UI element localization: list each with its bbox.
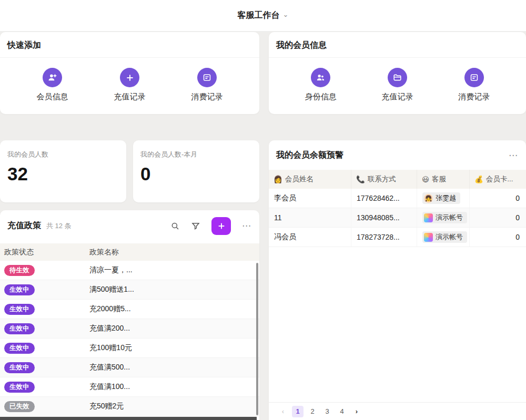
receipt-icon [197, 68, 217, 87]
search-icon[interactable] [170, 221, 180, 231]
quick-action-label: 消费记录 [191, 92, 223, 102]
next-page-button[interactable]: › [351, 406, 362, 417]
my-member-info-actions: 身份信息 充值记录 消费记录 [269, 58, 526, 102]
policy-count: 共 12 条 [46, 221, 72, 231]
policy-row[interactable]: 生效中 充值满200... [0, 319, 259, 339]
money-bag-icon: 💰 [474, 175, 483, 183]
policy-more-icon[interactable]: ⋯ [242, 220, 252, 231]
policy-row[interactable]: 生效中 充值满100... [0, 377, 259, 397]
policy-row[interactable]: 生效中 满500赠送1... [0, 280, 259, 300]
member-name: 李会员 [269, 189, 351, 208]
policy-row[interactable]: 生效中 充值满500... [0, 358, 259, 377]
policy-vertical-scrollbar[interactable] [256, 263, 258, 415]
page-title: 客服工作台 [238, 10, 280, 21]
quick-add-card: 快速添加 会员信息 充值记录 消费记录 [0, 32, 259, 114]
policy-name: 充100赠10元 [85, 343, 259, 353]
status-badge: 生效中 [4, 343, 35, 354]
policy-name: 充值满500... [85, 363, 259, 372]
agent-avatar-icon [424, 233, 433, 242]
quick-action-label: 充值记录 [114, 92, 146, 102]
policy-row[interactable]: 生效中 充2000赠5... [0, 300, 259, 319]
policy-row[interactable]: 待生效 清凉一夏，... [0, 261, 259, 280]
action-label: 身份信息 [305, 92, 337, 102]
stat-value: 0 [140, 163, 252, 185]
agent-name: 演示帐号 [436, 213, 463, 222]
receipt-icon [464, 68, 484, 87]
action-consume-record[interactable]: 消费记录 [458, 68, 490, 102]
member-name: 冯会员 [269, 228, 351, 247]
column-policy-name: 政策名称 [85, 248, 259, 257]
recharge-policy-card: 充值政策 共 12 条 ⋯ 政策状态 政策名称 待生效 [0, 210, 259, 420]
status-badge: 待生效 [4, 265, 35, 276]
people-icon [311, 68, 330, 87]
member-table-header: 👩 会员姓名 📞 联系方式 😃 客服 💰 会员卡... [269, 170, 526, 189]
agent-tag: 演示帐号 [422, 212, 467, 223]
policy-table-body: 待生效 清凉一夏，... 生效中 满500赠送1... 生效中 充2000赠5.… [0, 261, 259, 416]
page-button-2[interactable]: 2 [307, 406, 318, 417]
page-button-4[interactable]: 4 [336, 406, 348, 417]
column-agent: 😃 客服 [417, 170, 470, 189]
page-button-1[interactable]: 1 [292, 406, 304, 417]
policy-header: 充值政策 共 12 条 ⋯ [0, 210, 259, 241]
agent-avatar-icon: 👧 [424, 194, 433, 203]
member-row[interactable]: 李会员 177628462... 👧 张雯越 0 [269, 189, 526, 208]
status-badge: 生效中 [4, 284, 35, 295]
pagination: ‹ 1 2 3 4 › [269, 402, 526, 420]
quick-action-consume-record[interactable]: 消费记录 [191, 68, 223, 102]
policy-row[interactable]: 生效中 充100赠10元 [0, 339, 259, 358]
agent-tag: 演示帐号 [422, 231, 467, 243]
policy-title: 充值政策 [7, 220, 41, 231]
balance-alert-title: 我的会员余额预警 [276, 150, 343, 161]
action-identity-info[interactable]: 身份信息 [305, 68, 337, 102]
policy-name: 充值满100... [85, 382, 259, 392]
agent-avatar-icon [424, 213, 433, 222]
agent-tag: 👧 张雯越 [422, 192, 460, 204]
plus-icon [120, 68, 139, 87]
filter-icon[interactable] [191, 221, 200, 231]
member-table-body: 李会员 177628462... 👧 张雯越 0 11 130948085...… [269, 189, 526, 247]
member-balance: 0 [470, 189, 526, 208]
dashboard-main: 快速添加 会员信息 充值记录 消费记录 [0, 32, 526, 420]
policy-name: 清凉一夏，... [85, 265, 259, 275]
action-recharge-record[interactable]: 充值记录 [381, 68, 413, 102]
smiley-icon: 😃 [422, 175, 429, 183]
status-badge: 生效中 [4, 323, 35, 334]
column-member-name: 👩 会员姓名 [269, 170, 351, 189]
member-name: 11 [269, 208, 351, 227]
status-badge: 生效中 [4, 382, 35, 393]
quick-action-member-info[interactable]: 会员信息 [37, 68, 68, 102]
stat-value: 32 [7, 163, 119, 185]
phone-icon: 📞 [356, 175, 365, 183]
workspace-switcher[interactable]: 客服工作台 ⌄ [238, 10, 289, 21]
quick-action-recharge-record[interactable]: 充值记录 [114, 68, 146, 102]
agent-name: 演示帐号 [436, 232, 463, 242]
agent-name: 张雯越 [436, 193, 456, 203]
policy-name: 充50赠2元 [85, 402, 259, 411]
stat-card-member-count: 我的会员人数 32 [0, 140, 126, 202]
member-balance: 0 [470, 208, 526, 227]
quick-add-header: 快速添加 [0, 32, 259, 58]
status-badge: 生效中 [4, 362, 35, 373]
stat-card-member-count-month: 我的会员人数-本月 0 [133, 140, 259, 202]
member-contact: 178273728... [351, 228, 417, 247]
page-button-3[interactable]: 3 [321, 406, 333, 417]
add-policy-button[interactable] [211, 217, 231, 235]
prev-page-button[interactable]: ‹ [277, 406, 289, 417]
member-contact: 130948085... [351, 208, 417, 227]
stat-label: 我的会员人数 [7, 150, 119, 159]
balance-more-icon[interactable]: ⋯ [509, 150, 519, 161]
member-row[interactable]: 11 130948085... 演示帐号 0 [269, 208, 526, 228]
member-row[interactable]: 冯会员 178273728... 演示帐号 0 [269, 228, 526, 247]
action-label: 消费记录 [458, 92, 490, 102]
policy-toolbar: ⋯ [170, 217, 252, 235]
column-policy-status: 政策状态 [0, 248, 85, 257]
policy-name: 满500赠送1... [85, 285, 259, 294]
policy-table-header: 政策状态 政策名称 [0, 243, 259, 261]
balance-alert-header: 我的会员余额预警 ⋯ [269, 140, 526, 170]
status-badge: 生效中 [4, 304, 35, 315]
quick-add-title: 快速添加 [7, 40, 41, 49]
my-member-info-title: 我的会员信息 [276, 40, 327, 49]
policy-horizontal-scrollbar[interactable] [0, 417, 257, 420]
member-contact: 177628462... [351, 189, 417, 208]
policy-row[interactable]: 已失效 充50赠2元 [0, 397, 259, 416]
